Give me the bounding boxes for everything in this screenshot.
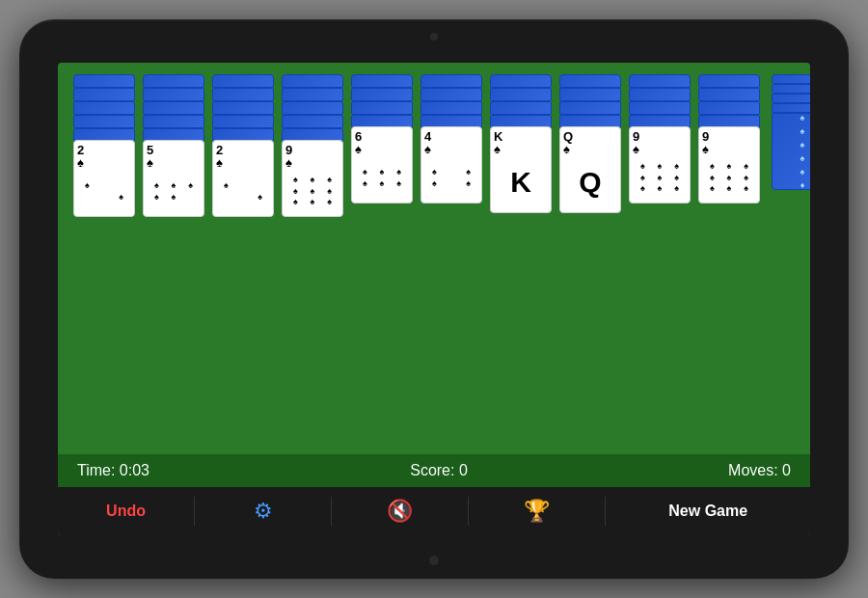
card-column-2: 5♠ ♠ ♠ ♠ ♠ ♠ — [143, 74, 204, 217]
card-back — [629, 74, 691, 88]
stock-card — [772, 84, 810, 94]
stock-pile[interactable]: ♠ ♠ ♠ ♠ ♠ ♦ — [772, 74, 810, 190]
settings-button[interactable]: ⚙ — [195, 495, 331, 528]
stock-card-last: ♠ ♠ ♠ ♠ ♠ ♦ — [772, 113, 810, 190]
card-back — [143, 101, 204, 115]
card-column-7: K♠ K — [490, 74, 552, 213]
stock-card — [772, 103, 810, 113]
card-back — [698, 88, 760, 101]
card-back — [143, 74, 204, 88]
card-face[interactable]: 2♠ ♠ ♠ — [212, 140, 274, 217]
card-back — [143, 88, 204, 101]
card-face[interactable]: 9♠ ♠ ♠ ♠ ♠ ♠ ♠ ♠ ♠ ♠ — [629, 126, 691, 204]
card-back — [73, 101, 135, 115]
card-column-4: 9♠ ♠ ♠ ♠ ♠ ♠ ♠ ♠ ♠ ♠ — [282, 74, 343, 217]
card-column-5: 6♠ ♠ ♠ ♠ ♠ ♠ ♠ — [351, 74, 413, 204]
trophy-button[interactable]: 🏆 — [469, 495, 605, 528]
card-back — [420, 88, 482, 101]
card-back — [420, 74, 482, 88]
card-back — [559, 74, 621, 88]
card-back — [490, 88, 552, 101]
time-display: Time: 0:03 — [77, 462, 149, 479]
trophy-icon: 🏆 — [524, 499, 550, 524]
card-face[interactable]: 6♠ ♠ ♠ ♠ ♠ ♠ ♠ — [351, 126, 413, 204]
card-back — [420, 101, 482, 115]
game-area: 2♠ ♠ ♠ — [58, 63, 810, 454]
card-column-3: 2♠ ♠ ♠ — [212, 74, 274, 217]
action-bar: Undo ⚙ 🔇 🏆 New Game — [58, 487, 810, 535]
card-back — [73, 74, 135, 88]
card-columns: 2♠ ♠ ♠ — [73, 74, 795, 447]
sound-icon: 🔇 — [387, 499, 413, 524]
card-back — [559, 88, 621, 101]
card-back — [629, 88, 691, 101]
card-column-9: 9♠ ♠ ♠ ♠ ♠ ♠ ♠ ♠ ♠ ♠ — [629, 74, 691, 204]
card-face[interactable]: K♠ K — [490, 126, 552, 213]
sound-button[interactable]: 🔇 — [332, 495, 468, 528]
score-display: Score: 0 — [410, 462, 468, 479]
card-back — [143, 115, 204, 128]
card-back — [559, 101, 621, 115]
card-face[interactable]: 9♠ ♠ ♠ ♠ ♠ ♠ ♠ ♠ ♠ ♠ — [282, 140, 343, 217]
card-back — [282, 88, 343, 101]
card-back — [73, 115, 135, 128]
moves-display: Moves: 0 — [728, 462, 791, 479]
card-face[interactable]: 5♠ ♠ ♠ ♠ ♠ ♠ — [143, 140, 204, 217]
card-back — [212, 88, 274, 101]
card-back — [73, 88, 135, 101]
card-back — [282, 74, 343, 88]
card-back — [212, 115, 274, 128]
card-column-10: 9♠ ♠ ♠ ♠ ♠ ♠ ♠ ♠ ♠ ♠ — [698, 74, 760, 204]
card-face[interactable]: 9♠ ♠ ♠ ♠ ♠ ♠ ♠ ♠ ♠ ♠ — [698, 126, 760, 204]
card-back — [490, 74, 552, 88]
card-back — [629, 101, 691, 115]
card-back — [490, 101, 552, 115]
card-column-8: Q♠ Q — [559, 74, 621, 213]
new-game-button[interactable]: New Game — [606, 499, 810, 524]
card-face[interactable]: 4♠ ♠ ♠ ♠ ♠ — [420, 126, 482, 204]
card-back — [212, 74, 274, 88]
card-back — [698, 74, 760, 88]
undo-button[interactable]: Undo — [58, 499, 194, 524]
card-back — [282, 115, 343, 128]
game-screen: 2♠ ♠ ♠ — [58, 63, 810, 535]
card-back — [351, 88, 413, 101]
card-column-1: 2♠ ♠ ♠ — [73, 74, 135, 217]
stock-card — [772, 94, 810, 103]
card-column-6: 4♠ ♠ ♠ ♠ ♠ — [420, 74, 482, 204]
card-face[interactable]: 2♠ ♠ ♠ — [73, 140, 135, 217]
card-back — [351, 101, 413, 115]
card-back — [351, 74, 413, 88]
stock-card — [772, 74, 810, 84]
tablet-device: 2♠ ♠ ♠ — [19, 19, 849, 579]
card-back — [282, 101, 343, 115]
card-face[interactable]: Q♠ Q — [559, 126, 621, 213]
card-back — [698, 101, 760, 115]
settings-icon: ⚙ — [254, 499, 273, 524]
status-bar: Time: 0:03 Score: 0 Moves: 0 — [58, 454, 810, 487]
card-back — [212, 101, 274, 115]
